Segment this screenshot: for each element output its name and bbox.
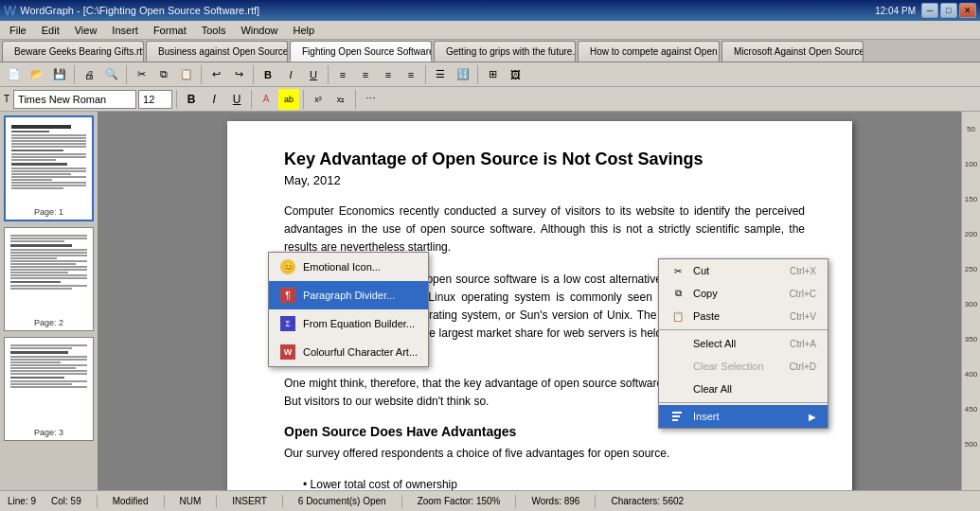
- sep-7: [477, 65, 478, 84]
- menu-insert[interactable]: Insert: [104, 23, 146, 38]
- doc-para-4: Our survey offered respondents a choice …: [284, 445, 805, 463]
- thumb-page-1[interactable]: Page: 1: [4, 115, 94, 221]
- insert-image[interactable]: 🖼: [505, 64, 526, 85]
- sep-1: [74, 65, 75, 84]
- status-num: NUM: [180, 496, 202, 506]
- cut-button[interactable]: ✂: [131, 64, 151, 85]
- tab-2[interactable]: Fighting Open Source Software.rtf: [290, 41, 432, 62]
- tab-3[interactable]: Getting to grips with the future.rtf: [434, 41, 576, 62]
- ctx-clear-sel[interactable]: Clear Selection Ctrl+D: [659, 355, 828, 378]
- sub-emotional-icon[interactable]: 😊 Emotional Icon...: [269, 253, 428, 281]
- justify[interactable]: ≡: [401, 64, 421, 85]
- sep-2: [126, 65, 127, 84]
- status-sep-1: [97, 495, 98, 508]
- align-left[interactable]: ≡: [332, 64, 353, 85]
- ctx-select-shortcut: Ctrl+A: [790, 339, 816, 349]
- close-button[interactable]: ✕: [959, 3, 976, 18]
- thumb-inner-3: [8, 341, 90, 426]
- bullets-button[interactable]: ☰: [430, 64, 451, 85]
- ctx-clear-all[interactable]: Clear All: [659, 378, 828, 400]
- underline-btn2[interactable]: U: [226, 89, 247, 110]
- sep-11: [355, 90, 356, 109]
- doc-date: May, 2012: [284, 173, 805, 187]
- paste-button[interactable]: 📋: [176, 64, 197, 85]
- sub-equation[interactable]: Σ From Equation Builder...: [269, 309, 428, 338]
- menu-format[interactable]: Format: [146, 23, 194, 38]
- status-docs: 6 Document(s) Open: [298, 496, 386, 506]
- font-size[interactable]: [138, 90, 172, 109]
- sub-char-art[interactable]: W Colourful Character Art...: [269, 338, 428, 366]
- undo-button[interactable]: ↩: [205, 64, 226, 85]
- italic-btn2[interactable]: I: [204, 89, 224, 110]
- menu-window[interactable]: Window: [233, 23, 285, 38]
- svg-rect-0: [672, 412, 682, 414]
- subscript[interactable]: x₂: [330, 89, 351, 110]
- thumb-label-1: Page: 1: [9, 207, 89, 217]
- status-zoom: Zoom Factor: 150%: [418, 496, 501, 506]
- ctx-copy[interactable]: ⧉ Copy Ctrl+C: [659, 282, 828, 305]
- numbering-button[interactable]: 🔢: [453, 64, 473, 85]
- ctx-insert-label: Insert: [693, 411, 720, 422]
- sep-10: [303, 90, 304, 109]
- thumb-page-3[interactable]: Page: 3: [4, 337, 94, 441]
- doc-area[interactable]: Key Advantage of Open Source is Not Cost…: [99, 112, 980, 490]
- clear-all-icon: [670, 381, 686, 396]
- ctx-select-all[interactable]: Select All Ctrl+A: [659, 332, 828, 355]
- menu-view[interactable]: View: [67, 23, 105, 38]
- ctx-copy-shortcut: Ctrl+C: [789, 289, 816, 299]
- status-col: Col: 59: [51, 496, 81, 506]
- menu-tools[interactable]: Tools: [194, 23, 234, 38]
- tab-1[interactable]: Business against Open Source.rtf: [146, 41, 288, 62]
- bold-btn2[interactable]: B: [181, 89, 202, 110]
- tab-0[interactable]: Beware Geeks Bearing Gifts.rtf: [2, 41, 144, 62]
- italic-button[interactable]: I: [280, 64, 301, 85]
- status-line: Line: 9: [8, 496, 36, 506]
- tab-5[interactable]: Microsoft Against Open Source.rtf: [722, 41, 864, 62]
- insert-table[interactable]: ⊞: [482, 64, 503, 85]
- font-color[interactable]: A: [256, 89, 276, 110]
- maximize-button[interactable]: □: [940, 3, 957, 18]
- ctx-cut-shortcut: Ctrl+X: [790, 266, 816, 276]
- new-button[interactable]: 📄: [4, 64, 25, 85]
- superscript[interactable]: x²: [308, 89, 329, 110]
- status-sep-4: [282, 495, 283, 508]
- thumb-inner-1: [9, 120, 89, 205]
- print-button[interactable]: 🖨: [79, 64, 99, 85]
- preview-button[interactable]: 🔍: [101, 64, 122, 85]
- more-format[interactable]: ⋯: [360, 89, 381, 110]
- redo-button[interactable]: ↪: [228, 64, 249, 85]
- save-button[interactable]: 💾: [49, 64, 70, 85]
- copy-button[interactable]: ⧉: [153, 64, 174, 85]
- char-art-icon: W: [278, 343, 297, 361]
- menu-edit[interactable]: Edit: [34, 23, 67, 38]
- thumb-page-2[interactable]: Page: 2: [4, 227, 94, 331]
- align-center[interactable]: ≡: [355, 64, 376, 85]
- svg-rect-1: [672, 415, 680, 417]
- align-right[interactable]: ≡: [378, 64, 399, 85]
- sub-char-label: Colourful Character Art...: [303, 346, 418, 358]
- emotional-icon: 😊: [278, 257, 297, 276]
- highlight[interactable]: ab: [278, 89, 299, 110]
- underline-button[interactable]: U: [303, 64, 324, 85]
- open-button[interactable]: 📂: [27, 64, 47, 85]
- status-modified: Modified: [113, 496, 149, 506]
- status-insert: INSERT: [232, 496, 267, 506]
- submenu: 😊 Emotional Icon... ¶ Paragraph Divider.…: [268, 252, 429, 367]
- thumb-inner-2: [8, 231, 90, 316]
- ctx-clear-all-label: Clear All: [693, 383, 732, 395]
- bold-button[interactable]: B: [258, 64, 278, 85]
- ctx-cut[interactable]: ✂ Cut Ctrl+X: [659, 259, 828, 282]
- minimize-button[interactable]: ─: [921, 3, 938, 18]
- menu-file[interactable]: File: [2, 23, 34, 38]
- ctx-insert[interactable]: Insert ▶: [659, 405, 828, 428]
- font-selector[interactable]: [13, 90, 136, 109]
- status-words: Words: 896: [531, 496, 579, 506]
- clock: 12:04 PM: [875, 6, 916, 16]
- ctx-paste[interactable]: 📋 Paste Ctrl+V: [659, 305, 828, 327]
- toolbar-2: T B I U A ab x² x₂ ⋯: [0, 87, 980, 112]
- sep-3: [201, 65, 202, 84]
- sub-para-divider[interactable]: ¶ Paragraph Divider...: [269, 281, 428, 309]
- ctx-paste-shortcut: Ctrl+V: [790, 311, 816, 322]
- tab-4[interactable]: How to compete against Open Source.rtf: [578, 41, 720, 62]
- menu-help[interactable]: Help: [286, 23, 323, 38]
